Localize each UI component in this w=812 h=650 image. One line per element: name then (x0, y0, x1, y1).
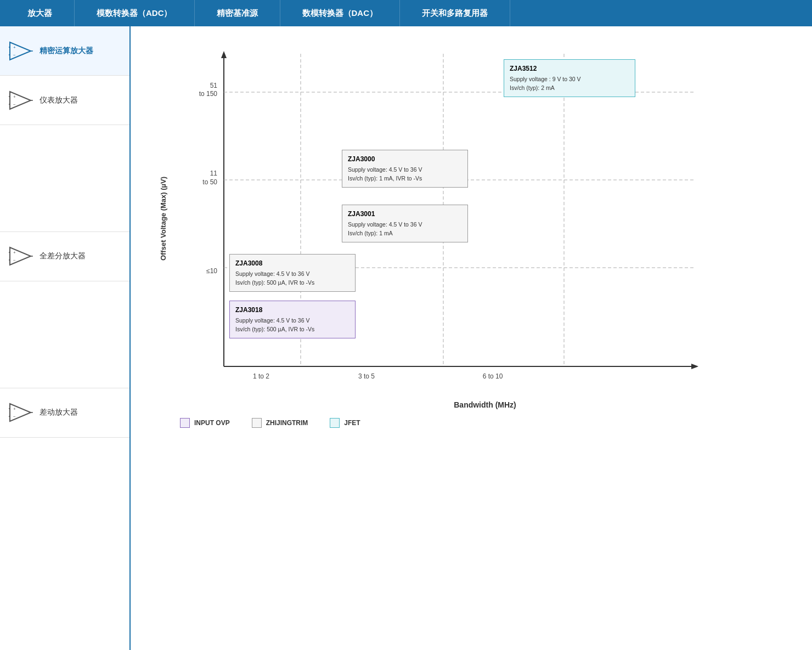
svg-text:+: + (13, 94, 16, 99)
legend-box-purple (180, 418, 190, 428)
svg-text:1 to 2: 1 to 2 (253, 372, 269, 380)
svg-text:+: + (13, 406, 16, 411)
svg-text:11: 11 (210, 169, 218, 177)
svg-text:≤10: ≤10 (206, 267, 217, 275)
legend-label-input-ovp: INPUT OVP (194, 419, 230, 427)
instrumentation-amp-icon: + − (9, 91, 33, 110)
sidebar-item-precision-opamp[interactable]: + − 精密运算放大器 (0, 26, 129, 76)
svg-text:−: − (13, 258, 16, 263)
diff-amp-icon: + − (9, 246, 33, 266)
svg-text:−: − (13, 414, 16, 419)
legend-label-jfet: JFET (344, 419, 360, 427)
sidebar-spacer-1 (0, 125, 129, 232)
svg-text:3 to 5: 3 to 5 (358, 372, 375, 380)
legend: INPUT OVP ZHIJINGTRIM JFET (180, 418, 790, 428)
svg-text:+: + (13, 45, 16, 50)
chart-area: Offset Voltage (Max) (µV) (131, 26, 812, 650)
sidebar-label-difference-amp: 差动放大器 (40, 408, 78, 417)
nav-reference[interactable]: 精密基准源 (195, 0, 280, 26)
nav-amplifier[interactable]: 放大器 (0, 0, 75, 26)
legend-item-input-ovp: INPUT OVP (180, 418, 230, 428)
svg-text:6 to 10: 6 to 10 (483, 372, 503, 380)
sidebar: + − 精密运算放大器 + − 仪表放大器 + (0, 26, 131, 650)
nav-adc[interactable]: 模数转换器（ADC） (75, 0, 195, 26)
svg-marker-25 (221, 51, 227, 58)
sidebar-item-instrumentation-amp[interactable]: + − 仪表放大器 (0, 76, 129, 125)
svg-text:51: 51 (210, 82, 218, 89)
svg-marker-27 (691, 364, 698, 369)
nav-switch[interactable]: 开关和多路复用器 (400, 0, 510, 26)
product-zja3000[interactable]: ZJA3000 Supply voltage: 4.5 V to 36 V Is… (342, 150, 468, 188)
sidebar-label-precision-opamp: 精密运算放大器 (40, 46, 93, 56)
y-axis-label: Offset Voltage (Max) (µV) (160, 176, 168, 260)
sidebar-spacer-2 (0, 281, 129, 388)
sidebar-spacer-3 (0, 438, 129, 651)
legend-box-cyan (330, 418, 340, 428)
sidebar-item-diff-amp[interactable]: + − 全差分放大器 (0, 232, 129, 281)
legend-item-zhijingtrim: ZHIJINGTRIM (252, 418, 308, 428)
legend-label-zhijingtrim: ZHIJINGTRIM (266, 419, 308, 427)
main-layout: + − 精密运算放大器 + − 仪表放大器 + (0, 26, 812, 650)
product-zja3008[interactable]: ZJA3008 Supply voltage: 4.5 V to 36 V Is… (229, 254, 356, 292)
svg-text:to 150: to 150 (199, 90, 218, 98)
sidebar-item-difference-amp[interactable]: + − 差动放大器 (0, 388, 129, 438)
x-axis-label: Bandwidth (MHz) (180, 400, 790, 409)
sidebar-label-diff-amp: 全差分放大器 (40, 251, 86, 261)
nav-dac[interactable]: 数模转换器（DAC） (280, 0, 401, 26)
product-zja3018[interactable]: ZJA3018 Supply voltage: 4.5 V to 36 V Is… (229, 301, 356, 338)
legend-box-gray (252, 418, 262, 428)
product-zja3512[interactable]: ZJA3512 Supply voltage : 9 V to 30 V Isv… (504, 59, 635, 97)
product-zja3001[interactable]: ZJA3001 Supply voltage: 4.5 V to 36 V Is… (342, 205, 468, 242)
top-nav: 放大器 模数转换器（ADC） 精密基准源 数模转换器（DAC） 开关和多路复用器 (0, 0, 812, 26)
difference-amp-icon: + − (9, 403, 33, 422)
sidebar-label-instrumentation-amp: 仪表放大器 (40, 95, 78, 105)
svg-text:to 50: to 50 (202, 178, 217, 186)
svg-text:−: − (13, 53, 16, 58)
legend-item-jfet: JFET (330, 418, 360, 428)
svg-text:+: + (13, 250, 16, 255)
svg-text:−: − (13, 102, 16, 107)
precision-opamp-icon: + − (9, 41, 33, 61)
